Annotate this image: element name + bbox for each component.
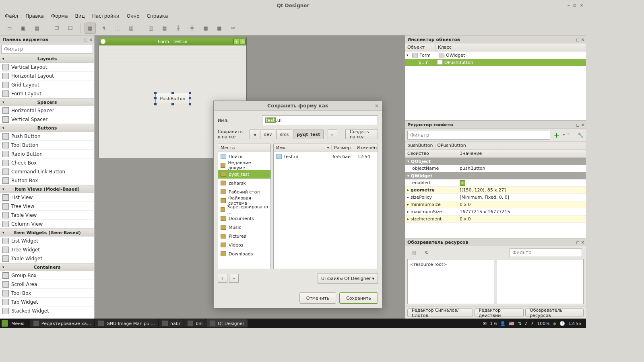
- property-group[interactable]: ▾QObject: [405, 158, 586, 165]
- tree-row-form[interactable]: ▾ Form QWidget: [405, 51, 586, 59]
- property-row[interactable]: ▸sizeIncrement0 x 0: [405, 216, 586, 223]
- widget-item[interactable]: Form Layout: [0, 89, 94, 98]
- property-filter-input[interactable]: Фильтр: [407, 131, 550, 140]
- undock-icon[interactable]: ◻: [576, 123, 579, 127]
- resource-preview[interactable]: [497, 259, 584, 304]
- path-segment[interactable]: dev: [260, 130, 275, 139]
- minimize-icon[interactable]: –: [568, 2, 570, 8]
- object-tree[interactable]: Объект Класс ▾ Form QWidget p…n QPushBut…: [405, 43, 586, 120]
- panel-close-icon[interactable]: ×: [581, 37, 584, 42]
- undock-icon[interactable]: ◻: [576, 240, 579, 245]
- checkbox-icon[interactable]: ✕: [460, 180, 465, 186]
- reload-icon[interactable]: ↻: [422, 248, 431, 257]
- file-list[interactable]: Имя▾ Размер Изменён test.ui 655 байт 12:…: [273, 144, 378, 269]
- widget-category[interactable]: ▾Layouts: [0, 55, 94, 63]
- file-item[interactable]: test.ui 655 байт 12:54: [274, 152, 378, 161]
- dropdown-icon[interactable]: ▾: [563, 133, 565, 137]
- place-item[interactable]: Недавние докуме…: [218, 161, 270, 170]
- tree-row-button[interactable]: p…n QPushButton: [405, 59, 586, 66]
- widget-item[interactable]: Button Box: [0, 176, 94, 185]
- place-item[interactable]: Documents: [218, 214, 270, 223]
- menu-Справка[interactable]: Справка: [147, 13, 168, 19]
- new-form-icon[interactable]: ▭: [4, 23, 15, 34]
- wrench-icon[interactable]: 🔧: [578, 132, 584, 138]
- property-group[interactable]: ▾QWidget: [405, 172, 586, 179]
- menu-Окно[interactable]: Окно: [127, 13, 140, 19]
- widget-item[interactable]: Command Link Button: [0, 167, 94, 176]
- layout-hsplit-icon[interactable]: ╫: [173, 23, 184, 34]
- bottom-tab[interactable]: Обозреватель ресурсов: [525, 309, 584, 317]
- layout-vsplit-icon[interactable]: ╪: [186, 23, 198, 34]
- resource-filter-input[interactable]: Фильтр: [510, 248, 582, 257]
- widget-item[interactable]: Vertical Spacer: [0, 115, 94, 124]
- push-button-widget[interactable]: PushButton: [155, 93, 190, 104]
- edit-tab-order-icon[interactable]: ▥: [126, 23, 137, 34]
- menu-Форма[interactable]: Форма: [51, 13, 68, 19]
- property-row[interactable]: ▸geometry[(150, 120), 85 x 27]: [405, 187, 586, 194]
- layout-h-icon[interactable]: ▥: [145, 23, 157, 34]
- place-item[interactable]: Music: [218, 223, 270, 232]
- place-item[interactable]: Файловая система: [218, 196, 270, 205]
- widget-category[interactable]: ▾Spacers: [0, 98, 94, 106]
- taskbar-item[interactable]: Редактирование ха…: [30, 319, 95, 327]
- layout-form-icon[interactable]: ▦: [214, 23, 225, 34]
- place-item[interactable]: Поиск: [218, 152, 270, 161]
- edit-widgets-icon[interactable]: ▦: [85, 23, 96, 34]
- menu-Вид[interactable]: Вид: [75, 13, 85, 19]
- layout-v-icon[interactable]: ▤: [159, 23, 170, 34]
- widget-category[interactable]: ▾Buttons: [0, 124, 94, 132]
- widget-item[interactable]: Tool Box: [0, 289, 94, 298]
- widget-list[interactable]: ▾LayoutsVertical LayoutHorizontal Layout…: [0, 55, 94, 319]
- widget-item[interactable]: Stacked Widget: [0, 306, 94, 315]
- mint-icon[interactable]: [2, 320, 8, 327]
- sound-icon[interactable]: ♪: [525, 321, 528, 326]
- widget-item[interactable]: Vertical Layout: [0, 63, 94, 72]
- flag-icon[interactable]: 🇺🇸: [509, 321, 514, 326]
- menu-Правка[interactable]: Правка: [25, 13, 44, 19]
- widget-item[interactable]: Group Box: [0, 271, 94, 280]
- network-icon[interactable]: ⇅: [518, 321, 521, 326]
- shield-icon[interactable]: ◆: [553, 321, 556, 326]
- edit-buddies-icon[interactable]: ⬚: [112, 23, 123, 34]
- place-item[interactable]: Зарезервировано …: [218, 205, 270, 214]
- place-item[interactable]: Рабочий стол: [218, 187, 270, 196]
- widget-item[interactable]: Push Button: [0, 132, 94, 141]
- widget-item[interactable]: Tool Button: [0, 141, 94, 150]
- break-layout-icon[interactable]: ✂: [227, 23, 239, 34]
- widget-item[interactable]: Tree View: [0, 202, 94, 211]
- widget-item[interactable]: Scroll Area: [0, 280, 94, 289]
- place-item[interactable]: Pictures: [218, 232, 270, 241]
- layout-grid-icon[interactable]: ▦: [200, 23, 211, 34]
- widget-item[interactable]: Tab Widget: [0, 298, 94, 306]
- property-row[interactable]: enabled✕: [405, 179, 586, 187]
- widget-item[interactable]: Radio Button: [0, 150, 94, 158]
- dialog-close-icon[interactable]: ×: [375, 103, 379, 109]
- place-item[interactable]: Videos: [218, 241, 270, 249]
- places-list[interactable]: Места ПоискНедавние докуме…pyqt_testzaha…: [218, 144, 271, 269]
- bottom-tab[interactable]: Редактор Сигналов/Слотов: [407, 309, 473, 317]
- clock-icon[interactable]: 🕐: [559, 321, 565, 326]
- widget-item[interactable]: Column View: [0, 220, 94, 228]
- dialog-titlebar[interactable]: Сохранить форму как ×: [214, 101, 382, 111]
- maximize-icon[interactable]: ▫: [573, 2, 576, 8]
- panel-close-icon[interactable]: ×: [581, 240, 584, 245]
- taskbar-item[interactable]: Qt Designer: [206, 319, 248, 327]
- widget-item[interactable]: Table View: [0, 211, 94, 220]
- path-segment[interactable]: srcs: [276, 130, 292, 139]
- bottom-tab[interactable]: Редактор действий: [475, 309, 524, 317]
- widget-category[interactable]: ▾Item Widgets (Item-Based): [0, 228, 94, 237]
- cancel-button[interactable]: Отменить: [299, 292, 336, 304]
- undock-icon[interactable]: ◻: [84, 37, 87, 42]
- taskbar-item[interactable]: bin: [184, 319, 206, 327]
- form-min-icon[interactable]: ▾: [233, 39, 239, 44]
- save-icon[interactable]: ▤: [31, 23, 43, 34]
- widget-item[interactable]: Grid Layout: [0, 80, 94, 89]
- widget-category[interactable]: ▾Item Views (Model-Based): [0, 185, 94, 193]
- widget-item[interactable]: Horizontal Layout: [0, 72, 94, 80]
- save-button[interactable]: Сохранить: [339, 292, 378, 304]
- form-titlebar[interactable]: Form - test.ui ▾×: [99, 37, 246, 45]
- path-back-icon[interactable]: ◂: [250, 130, 259, 139]
- widget-item[interactable]: Check Box: [0, 158, 94, 167]
- panel-close-icon[interactable]: ×: [581, 123, 584, 127]
- menu-Файл[interactable]: Файл: [5, 13, 18, 19]
